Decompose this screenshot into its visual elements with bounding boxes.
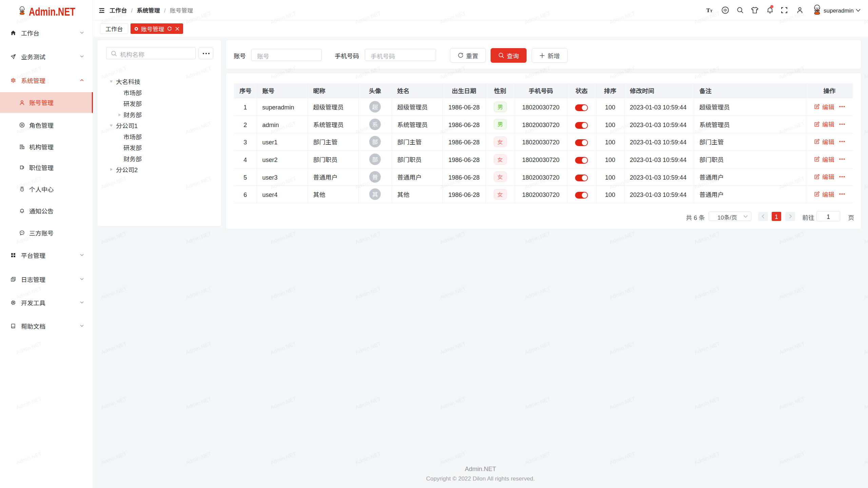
svg-text:T: T (710, 9, 713, 13)
